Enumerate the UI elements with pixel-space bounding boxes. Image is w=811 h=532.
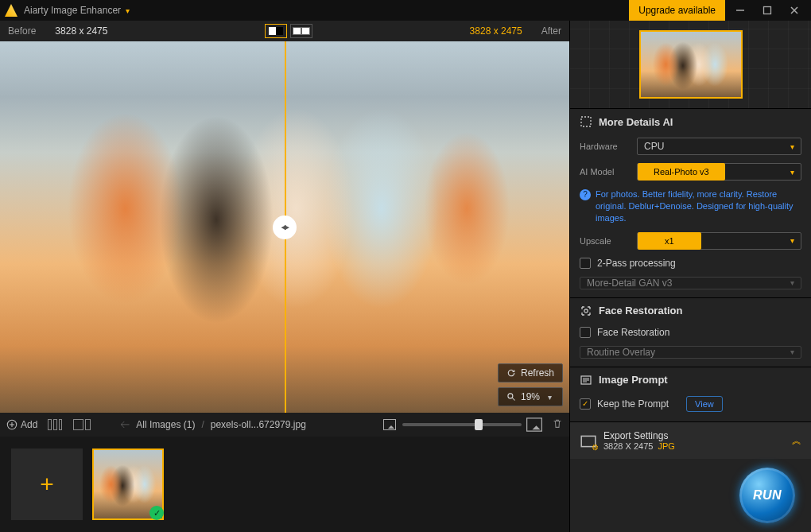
add-label: Add [21,419,37,430]
chevron-down-icon: ▾ [790,278,794,287]
run-button[interactable]: RUN [739,468,795,523]
export-icon: ⚙ [580,433,596,449]
after-label: After [541,25,561,37]
view-prompt-button[interactable]: View [686,396,723,412]
compare-slider-handle[interactable] [273,216,297,239]
two-pass-model-select: More-Detail GAN v3 ▾ [580,277,801,289]
model-value: Real-Photo v3 [638,163,725,181]
model-hint-text: For photos. Better fidelity, more clarit… [596,188,801,224]
add-image-tile[interactable]: + [11,449,83,520]
expand-export-icon[interactable]: ︽ [792,434,801,448]
upscale-label: Upscale [580,236,631,246]
hardware-value: CPU [644,141,664,152]
titlebar: Aiarty Image Enhancer ▾ Upgrade availabl… [0,0,811,21]
refresh-button[interactable]: Refresh [498,363,563,382]
upgrade-button[interactable]: Upgrade available [629,0,725,21]
chevron-down-icon: ▾ [790,348,794,356]
close-button[interactable] [782,0,806,21]
thumbnail-strip: + ✓ [0,437,569,532]
section-more-details-ai: More Details AI [570,108,811,134]
run-area: RUN [570,459,811,532]
after-dimensions: 3828 x 2475 [470,25,522,37]
face-restoration-checkbox[interactable] [580,327,591,338]
zoom-value: 19% [521,391,540,402]
thumbnail-done-icon: ✓ [149,506,164,520]
app-logo-icon [5,4,17,17]
svg-point-1 [508,394,513,398]
export-dimensions: 3828 X 2475 [603,441,653,451]
svg-point-4 [584,309,588,312]
face-mode-select: Routine Overlay ▾ [580,346,801,359]
toolrow: Add 🡠 All Images (1) / pexels-oll...6729… [0,413,569,437]
two-pass-checkbox[interactable] [580,258,591,269]
hardware-select[interactable]: CPU ▾ [637,138,801,155]
view-mode-side-by-side[interactable] [290,24,312,38]
chevron-down-icon: ▾ [548,393,552,402]
section-face-restoration: Face Restoration [570,297,811,324]
minimize-button[interactable] [728,0,752,21]
crumb-filename: pexels-oll...672979.jpg [211,419,306,430]
section-title: Face Restoration [599,305,682,316]
info-icon[interactable]: ? [580,189,591,200]
hardware-label: Hardware [580,142,631,151]
chevron-down-icon: ▾ [790,168,794,177]
model-label: AI Model [580,167,631,177]
thumb-size-small-icon [383,419,396,430]
upscale-value: x1 [638,232,701,250]
back-icon[interactable]: 🡠 [120,419,130,430]
view-mode-split[interactable] [265,24,287,38]
settings-panel: More Details AI Hardware CPU ▾ AI Model … [569,21,811,532]
thumb-size-slider[interactable] [402,423,522,426]
face-mode-value: Routine Overlay [587,347,655,358]
keep-prompt-label: Keep the Prompt [597,398,669,410]
export-settings-bar[interactable]: ⚙ Export Settings 3828 X 2475 JPG ︽ [570,421,811,459]
svg-rect-0 [764,7,771,14]
section-title: Image Prompt [599,374,668,386]
preview-canvas[interactable]: Refresh 19% ▾ [0,41,569,413]
panel-thumb-area [570,21,811,108]
zoom-dropdown[interactable]: 19% ▾ [498,387,563,406]
crumb-all-images[interactable]: All Images (1) [136,419,195,430]
gear-icon: ⚙ [592,443,599,452]
section-image-prompt: Image Prompt [570,367,811,393]
two-pass-model-value: More-Detail GAN v3 [587,278,672,289]
thumb-size-large-icon [526,417,542,432]
refresh-label: Refresh [521,367,554,379]
two-pass-label: 2-Pass processing [597,258,676,269]
delete-button[interactable] [552,418,563,432]
app-menu-chevron-icon[interactable]: ▾ [126,6,130,15]
preview-header: Before 3828 x 2475 3828 x 2475 After [0,21,569,41]
chevron-down-icon: ▾ [790,236,794,245]
section-title: More Details AI [599,116,673,128]
chevron-down-icon: ▾ [790,142,794,151]
add-button[interactable]: Add [6,419,37,430]
model-select[interactable]: Real-Photo v3 ▾ [637,163,801,181]
view-list-button[interactable] [72,419,91,430]
svg-rect-3 [581,117,591,126]
maximize-button[interactable] [755,0,779,21]
view-mode-group [265,24,312,38]
plus-icon: + [40,472,54,496]
export-format: JPG [658,441,675,451]
breadcrumb: 🡠 All Images (1) / pexels-oll...672979.j… [120,419,305,430]
thumbnail-1[interactable]: ✓ [92,449,164,520]
app-title: Aiarty Image Enhancer [24,5,121,16]
before-label: Before [8,25,36,37]
upscale-select[interactable]: x1 ▾ [637,232,801,250]
keep-prompt-checkbox[interactable] [580,398,591,410]
model-hint: ? For photos. Better fidelity, more clar… [580,188,801,224]
view-grid-button[interactable] [47,419,63,430]
panel-thumbnail[interactable] [639,30,743,99]
face-restoration-label: Face Restoration [597,327,669,338]
export-title: Export Settings [603,430,675,441]
before-dimensions: 3828 x 2475 [55,25,107,37]
